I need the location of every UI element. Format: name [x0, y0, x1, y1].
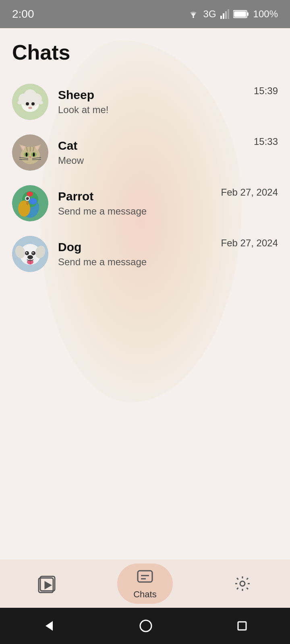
chat-list: Sheep Look at me! 15:39: [12, 76, 278, 279]
settings-icon: [233, 574, 252, 593]
signal-icon: [220, 9, 229, 19]
chat-preview: Look at me!: [58, 104, 250, 116]
bottom-nav: Chats: [0, 559, 290, 608]
battery-icon: [233, 10, 249, 19]
status-time: 2:00: [12, 8, 34, 21]
media-icon: [38, 574, 57, 593]
chat-name: Dog: [58, 240, 217, 254]
back-button[interactable]: [41, 619, 56, 633]
network-label: 3G: [203, 8, 216, 20]
svg-point-53: [26, 252, 27, 254]
page-title: Chats: [12, 40, 278, 64]
recent-apps-button[interactable]: [236, 619, 249, 632]
home-button[interactable]: [139, 619, 153, 633]
svg-line-34: [32, 159, 41, 160]
svg-point-44: [27, 198, 27, 198]
list-item[interactable]: Parrot Send me a message Feb 27, 2024: [12, 178, 278, 229]
chat-preview: Send me a message: [58, 206, 217, 217]
svg-point-0: [193, 17, 194, 18]
svg-rect-3: [225, 11, 227, 19]
chat-icon: [135, 568, 155, 587]
svg-point-17: [28, 107, 32, 109]
chat-time: 15:33: [254, 134, 278, 147]
svg-marker-60: [45, 582, 51, 588]
chat-time: Feb 27, 2024: [221, 236, 278, 249]
list-item[interactable]: Cat Meow 15:33: [12, 127, 278, 178]
nav-item-settings[interactable]: [217, 570, 268, 597]
svg-point-55: [27, 255, 33, 259]
chat-name: Cat: [58, 139, 250, 153]
svg-rect-1: [220, 16, 222, 19]
svg-point-66: [140, 620, 151, 632]
svg-point-45: [29, 198, 37, 204]
svg-rect-61: [138, 571, 152, 582]
svg-point-28: [26, 153, 28, 157]
wifi-icon: [187, 9, 199, 19]
svg-rect-67: [238, 622, 246, 630]
chat-preview: Meow: [58, 155, 250, 166]
svg-rect-4: [228, 9, 229, 19]
chat-info: Parrot Send me a message: [58, 190, 217, 217]
main-content: Chats: [0, 28, 290, 279]
chat-info: Cat Meow: [58, 139, 250, 166]
avatar: [12, 84, 48, 120]
chat-time: 15:39: [254, 84, 278, 97]
nav-item-chats[interactable]: Chats: [117, 564, 172, 604]
chat-info: Dog Send me a message: [58, 240, 217, 268]
svg-point-54: [33, 252, 34, 254]
svg-rect-6: [247, 12, 249, 16]
system-nav: [0, 608, 290, 644]
avatar: [12, 236, 48, 272]
avatar: [12, 134, 48, 171]
battery-label: 100%: [253, 8, 278, 20]
svg-line-32: [19, 159, 28, 160]
nav-chats-label: Chats: [133, 589, 156, 600]
list-item[interactable]: Sheep Look at me! 15:39: [12, 76, 278, 127]
svg-point-29: [33, 153, 35, 157]
svg-point-64: [240, 581, 245, 586]
svg-point-46: [27, 192, 33, 196]
chat-info: Sheep Look at me!: [58, 88, 250, 116]
list-item[interactable]: Dog Send me a message Feb 27, 2024: [12, 229, 278, 279]
svg-marker-65: [46, 621, 53, 631]
nav-item-media[interactable]: [22, 570, 73, 597]
status-bar: 2:00 3G 100%: [0, 0, 290, 28]
chat-preview: Send me a message: [58, 256, 217, 268]
avatar: [12, 185, 48, 221]
svg-rect-2: [223, 13, 224, 19]
chat-name: Parrot: [58, 190, 217, 203]
svg-rect-7: [234, 11, 246, 17]
status-icons: 3G 100%: [187, 8, 278, 20]
svg-point-15: [26, 102, 29, 105]
chat-name: Sheep: [58, 88, 250, 102]
chat-time: Feb 27, 2024: [221, 185, 278, 198]
svg-point-43: [26, 197, 29, 200]
svg-point-16: [31, 102, 35, 105]
